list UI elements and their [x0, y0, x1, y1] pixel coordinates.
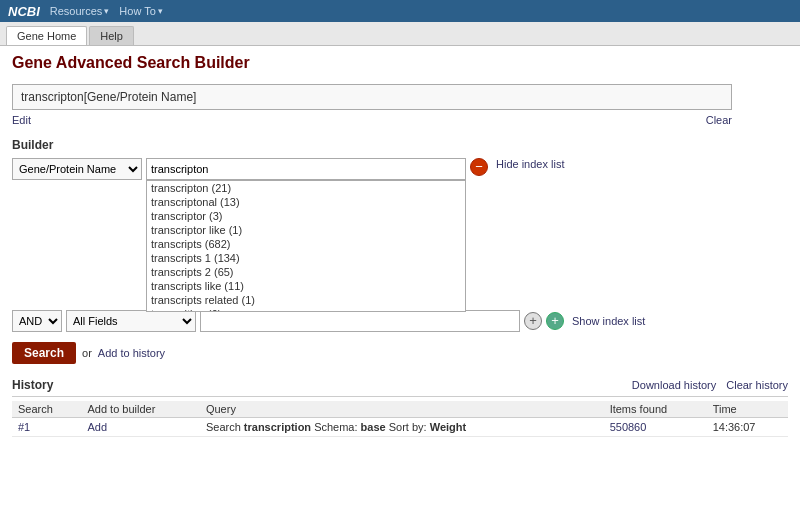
items-found-cell: 550860	[604, 418, 707, 437]
page-title: Gene Advanced Search Builder	[12, 54, 788, 72]
resources-link[interactable]: Resources ▾	[50, 5, 110, 17]
history-header: History Download history Clear history	[12, 378, 788, 397]
history-header-links: Download history Clear history	[632, 378, 788, 392]
add-to-history-link[interactable]: Add to history	[98, 347, 165, 359]
dropdown-item[interactable]: transcripts related (1)	[147, 293, 465, 307]
howto-arrow-icon: ▾	[158, 6, 163, 16]
add-row-button-2[interactable]: +	[546, 312, 564, 330]
builder-row-2: AND OR NOT All Fields Gene/Protein Name …	[12, 310, 788, 332]
hide-index-link[interactable]: Hide index list	[496, 158, 564, 170]
dropdown-item[interactable]: transcrition (6)	[147, 307, 465, 311]
dropdown-item[interactable]: transcripts (682)	[147, 237, 465, 251]
query-links: Edit Clear	[12, 114, 732, 126]
history-table-header: Search Add to builder Query Items found …	[12, 401, 788, 418]
logic-select[interactable]: AND OR NOT	[12, 310, 62, 332]
col-time: Time	[707, 401, 788, 418]
builder-row-1: Gene/Protein Name All Fields Gene ID Sym…	[12, 158, 788, 180]
dropdown-list-inner[interactable]: transcripton (21)transcriptonal (13)tran…	[147, 181, 465, 311]
add-link[interactable]: Add	[87, 421, 107, 433]
add-row-button[interactable]: +	[524, 312, 542, 330]
field-select-1[interactable]: Gene/Protein Name All Fields Gene ID Sym…	[12, 158, 142, 180]
history-tbody: #1 Add Search transcription Schema: base…	[12, 418, 788, 437]
search-button[interactable]: Search	[12, 342, 76, 364]
remove-row-button[interactable]: −	[470, 158, 488, 176]
clear-history-link[interactable]: Clear history	[726, 379, 788, 391]
col-search: Search	[12, 401, 81, 418]
edit-link[interactable]: Edit	[12, 114, 31, 126]
table-row: #1 Add Search transcription Schema: base…	[12, 418, 788, 437]
search-num: #1	[12, 418, 81, 437]
clear-link[interactable]: Clear	[706, 114, 732, 126]
dropdown-list: transcripton (21)transcriptonal (13)tran…	[146, 180, 466, 312]
items-found-link[interactable]: 550860	[610, 421, 647, 433]
field-select-2[interactable]: All Fields Gene/Protein Name Gene ID Sym…	[66, 310, 196, 332]
history-title: History	[12, 378, 53, 392]
dropdown-item[interactable]: transcriptor like (1)	[147, 223, 465, 237]
resources-arrow-icon: ▾	[104, 6, 109, 16]
term-input-2[interactable]	[200, 310, 520, 332]
history-section: History Download history Clear history S…	[12, 378, 788, 437]
col-add-builder: Add to builder	[81, 401, 199, 418]
top-nav: NCBI Resources ▾ How To ▾	[0, 0, 800, 22]
col-query: Query	[200, 401, 604, 418]
search-row: Search or Add to history	[12, 342, 788, 364]
show-index-link[interactable]: Show index list	[572, 315, 645, 327]
tab-gene-home[interactable]: Gene Home	[6, 26, 87, 45]
add-to-builder-cell: Add	[81, 418, 199, 437]
dropdown-item[interactable]: transcripton (21)	[147, 181, 465, 195]
or-text: or	[82, 347, 92, 359]
ncbi-logo: NCBI	[8, 4, 40, 19]
download-history-link[interactable]: Download history	[632, 379, 716, 391]
term-dropdown-container: transcripton (21)transcriptonal (13)tran…	[146, 158, 466, 180]
query-cell: Search transcription Schema: base Sort b…	[200, 418, 604, 437]
dropdown-item[interactable]: transcripts 1 (134)	[147, 251, 465, 265]
term-input-1[interactable]	[146, 158, 466, 180]
builder-label: Builder	[12, 138, 788, 152]
dropdown-item[interactable]: transcripts 2 (65)	[147, 265, 465, 279]
search-link[interactable]: #1	[18, 421, 30, 433]
history-table: Search Add to builder Query Items found …	[12, 401, 788, 437]
main-content: Gene Advanced Search Builder transcripto…	[0, 46, 800, 445]
dropdown-item[interactable]: transcripts like (11)	[147, 279, 465, 293]
dropdown-item[interactable]: transcriptor (3)	[147, 209, 465, 223]
col-items-found: Items found	[604, 401, 707, 418]
tab-bar: Gene Home Help	[0, 22, 800, 46]
howto-link[interactable]: How To ▾	[119, 5, 162, 17]
query-box: transcripton[Gene/Protein Name]	[12, 84, 732, 110]
time-cell: 14:36:07	[707, 418, 788, 437]
dropdown-item[interactable]: transcriptonal (13)	[147, 195, 465, 209]
tab-help[interactable]: Help	[89, 26, 134, 45]
